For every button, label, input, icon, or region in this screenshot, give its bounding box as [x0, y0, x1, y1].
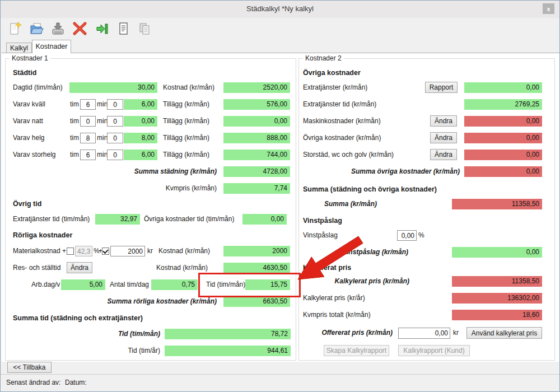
- copy-icon[interactable]: [137, 21, 152, 36]
- vinstpaslag-pct-sign: %: [418, 230, 424, 241]
- new-document-icon[interactable]: [8, 21, 23, 36]
- close-icon[interactable]: x: [543, 3, 554, 14]
- kvmpris-field: 7,74: [223, 183, 290, 194]
- storhelg-sum-field: 6,00: [124, 150, 157, 160]
- tab-kalkyl[interactable]: Kalkyl: [6, 43, 32, 53]
- app-window: Städkalkyl *Ny kalkyl x: [0, 0, 560, 392]
- summa-tid-header: Summa tid (städning och extratjänster): [13, 313, 143, 324]
- natt-cost-field: 0,00: [223, 116, 290, 127]
- storhelg-label: Varav storhelg: [13, 150, 55, 160]
- report-icon[interactable]: [116, 21, 131, 36]
- kvall-label: Varav kväll: [13, 99, 45, 110]
- kalkylerat-pris-header: Kalkylerat pris: [303, 263, 351, 273]
- status-last-changed-label: Senast ändrad av:: [6, 377, 60, 388]
- materialkostnad-label: Materialkostnad +: [13, 246, 66, 256]
- helg-min-input[interactable]: [107, 133, 123, 143]
- material-cost-field: 2000: [223, 246, 290, 256]
- storhelg-min-input[interactable]: [107, 150, 123, 160]
- natt-sum-field: 0,00: [124, 116, 157, 127]
- highlight-rectangle: [198, 273, 301, 297]
- window-title: Städkalkyl *Ny kalkyl: [1, 4, 559, 13]
- ovriga-kostnader-tid-field: 0,00: [242, 214, 287, 225]
- antal-tim-field: 0,75: [151, 279, 198, 290]
- kostnader2-legend: Kostnader 2: [303, 54, 344, 63]
- storhelg-tim-input[interactable]: [80, 150, 96, 160]
- vinstpaslag-label: Vinstpåslag: [303, 230, 338, 241]
- storhelg-min-label: min: [97, 150, 108, 160]
- extratjanster-tid-field: 32,97: [95, 214, 140, 225]
- extratjanster-field: 0,00: [464, 82, 542, 93]
- kvall-min-input[interactable]: [107, 99, 123, 110]
- helg-tim-label: tim: [70, 133, 79, 143]
- skapa-kalkylrapport-button[interactable]: Skapa Kalkylrapport: [324, 345, 389, 356]
- status-date-label: Datum:: [65, 377, 87, 388]
- summa-rorliga-field: 6630,50: [223, 296, 290, 307]
- offererat-kr-sign: kr: [453, 328, 459, 338]
- andra-storstad-button[interactable]: Ändra: [430, 149, 457, 160]
- helg-tim-input[interactable]: [80, 133, 96, 143]
- storhelg-tim-label: tim: [70, 150, 79, 160]
- extratjanster-tid-kr-label: Extratjänster tid (kr/mån): [303, 99, 376, 110]
- natt-label: Varav natt: [13, 116, 43, 127]
- kvall-min-label: min: [97, 99, 108, 110]
- ovriga-kostnader-tid-label: Övriga kostnader tid (tim/mån): [144, 214, 234, 225]
- material-kr-checkbox[interactable]: [102, 248, 109, 255]
- natt-min-input[interactable]: [107, 116, 123, 127]
- helg-min-label: min: [97, 133, 108, 143]
- kalkylrapport-kund-button[interactable]: Kalkylrapport (Kund): [398, 345, 470, 356]
- save-icon[interactable]: [50, 21, 66, 36]
- storstad-label: Storstäd, wc och golv (kr/mån): [303, 150, 394, 160]
- tillbaka-button[interactable]: << Tillbaka: [7, 362, 52, 373]
- open-folder-icon[interactable]: [29, 21, 44, 36]
- material-pct-input[interactable]: [75, 246, 92, 256]
- stadtid-header: Städtid: [13, 68, 36, 78]
- res-cost-field: 4630,50: [223, 263, 290, 273]
- arbdag-label: Arb.dag/v: [31, 279, 60, 290]
- helg-label: Varav helg: [13, 133, 44, 143]
- natt-tim-input[interactable]: [80, 116, 96, 127]
- offererat-pris-input[interactable]: [398, 328, 450, 339]
- summa-ovriga-field: 0,00: [464, 166, 542, 177]
- andra-maskin-button[interactable]: Ändra: [430, 115, 457, 127]
- summa-rorliga-label: Summa rörliga kostnader (kr/mån): [61, 296, 217, 307]
- storhelg-cost-label: Tillägg (kr/mån): [163, 150, 209, 160]
- kvall-tim-label: tim: [70, 99, 79, 110]
- maskinkostnader-label: Maskinkostnader (kr/mån): [303, 116, 381, 127]
- antal-tim-label: Antal tim/dag: [110, 279, 149, 290]
- extratjanster-tid-label: Extratjänster tid (tim/mån): [13, 214, 90, 225]
- tid-man-total-label: Tid (tim/mån): [61, 329, 160, 339]
- kvmpris-totalt-label: Kvmpris totalt (kr/mån): [303, 310, 371, 320]
- kalkylerat-man-label: Kalkylerat pris (kr/mån): [303, 276, 409, 287]
- res-stalltid-label: Res- och ställtid: [13, 263, 60, 273]
- titlebar: Städkalkyl *Ny kalkyl x: [1, 1, 559, 18]
- material-pct-checkbox[interactable]: [67, 248, 74, 255]
- andra-res-button[interactable]: Ändra: [67, 262, 92, 273]
- ovrig-tid-header: Övrig tid: [13, 199, 41, 209]
- delete-icon[interactable]: [72, 21, 87, 36]
- vinstpaslag-kr-field: 0,00: [452, 247, 542, 258]
- andra-ovriga-button[interactable]: Ändra: [430, 132, 457, 143]
- ovriga-kostnader-kr-label: Övriga kostnader (kr/mån): [303, 133, 381, 143]
- extratjanster-label: Extratjänster (kr/mån): [303, 82, 367, 93]
- vinstpaslag-header: Vinstpåslag: [303, 216, 342, 226]
- vinstpaslag-input[interactable]: [397, 230, 417, 241]
- export-icon[interactable]: [95, 21, 110, 36]
- storhelg-cost-field: 744,00: [223, 150, 290, 160]
- dagtid-label: Dagtid (tim/mån): [13, 82, 63, 93]
- kvmpris-label: Kvmpris (kr/mån): [90, 183, 217, 194]
- rapport-button[interactable]: Rapport: [425, 82, 458, 93]
- kalkylerat-ar-label: Kalkylerat pris (kr/år): [303, 293, 365, 304]
- kvall-cost-label: Tillägg (kr/mån): [163, 99, 209, 110]
- material-kr-input[interactable]: [110, 246, 145, 256]
- anvand-kalkylerat-pris-button[interactable]: Använd kalkylerat pris: [466, 327, 542, 339]
- statusbar-divider: [1, 374, 559, 375]
- kvall-tim-input[interactable]: [80, 99, 96, 110]
- summa-kr-man-field: 11358,50: [452, 199, 542, 209]
- offererat-pris-label: Offererat pris (kr/mån): [303, 328, 393, 338]
- tid-ar-total-label: Tid (tim/år): [61, 346, 160, 356]
- natt-min-label: min: [97, 116, 108, 127]
- kostnader1-legend: Kostnader 1: [10, 54, 50, 63]
- helg-cost-label: Tillägg (kr/mån): [163, 133, 209, 143]
- extratjanster-tid-kr-field: 2769,25: [464, 99, 542, 110]
- tab-kostnader[interactable]: Kostnader: [32, 40, 71, 53]
